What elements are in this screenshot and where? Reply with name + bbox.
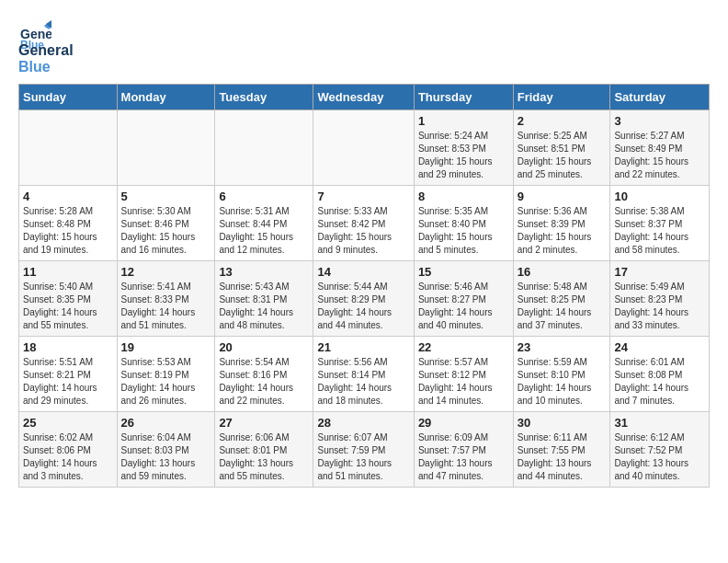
calendar-cell: 29Sunrise: 6:09 AM Sunset: 7:57 PM Dayli… (414, 412, 513, 488)
day-info: Sunrise: 6:01 AM Sunset: 8:08 PM Dayligh… (614, 356, 705, 408)
day-info: Sunrise: 5:49 AM Sunset: 8:23 PM Dayligh… (614, 281, 705, 332)
day-number: 1 (418, 114, 509, 128)
day-info: Sunrise: 5:59 AM Sunset: 8:10 PM Dayligh… (518, 356, 607, 408)
day-info: Sunrise: 5:31 AM Sunset: 8:44 PM Dayligh… (219, 205, 309, 257)
day-number: 21 (317, 340, 409, 354)
day-number: 27 (219, 416, 309, 430)
calendar-cell: 13Sunrise: 5:43 AM Sunset: 8:31 PM Dayli… (215, 261, 313, 337)
day-info: Sunrise: 6:02 AM Sunset: 8:06 PM Dayligh… (23, 431, 113, 483)
day-info: Sunrise: 5:27 AM Sunset: 8:49 PM Dayligh… (614, 130, 705, 181)
day-info: Sunrise: 6:04 AM Sunset: 8:03 PM Dayligh… (121, 431, 211, 483)
header-tuesday: Tuesday (215, 85, 313, 110)
day-number: 2 (518, 114, 607, 128)
calendar-header-row: SundayMondayTuesdayWednesdayThursdayFrid… (19, 85, 710, 110)
calendar-cell: 11Sunrise: 5:40 AM Sunset: 8:35 PM Dayli… (19, 261, 118, 337)
day-info: Sunrise: 5:40 AM Sunset: 8:35 PM Dayligh… (23, 281, 113, 332)
calendar-cell: 15Sunrise: 5:46 AM Sunset: 8:27 PM Dayli… (414, 261, 513, 337)
page-header: General Blue General Blue (18, 18, 710, 75)
logo-blue: Blue (18, 59, 74, 75)
day-info: Sunrise: 6:12 AM Sunset: 7:52 PM Dayligh… (614, 431, 705, 483)
day-number: 26 (121, 416, 211, 430)
calendar-cell: 26Sunrise: 6:04 AM Sunset: 8:03 PM Dayli… (117, 412, 215, 488)
day-info: Sunrise: 6:07 AM Sunset: 7:59 PM Dayligh… (317, 431, 409, 483)
calendar-cell: 17Sunrise: 5:49 AM Sunset: 8:23 PM Dayli… (610, 261, 710, 337)
calendar-cell: 10Sunrise: 5:38 AM Sunset: 8:37 PM Dayli… (610, 186, 710, 261)
calendar-cell: 16Sunrise: 5:48 AM Sunset: 8:25 PM Dayli… (513, 261, 610, 337)
calendar-cell: 9Sunrise: 5:36 AM Sunset: 8:39 PM Daylig… (513, 186, 610, 261)
day-info: Sunrise: 6:11 AM Sunset: 7:55 PM Dayligh… (518, 431, 607, 483)
day-info: Sunrise: 5:25 AM Sunset: 8:51 PM Dayligh… (518, 130, 607, 181)
day-number: 30 (518, 416, 607, 430)
day-info: Sunrise: 5:54 AM Sunset: 8:16 PM Dayligh… (219, 356, 309, 408)
day-number: 14 (317, 265, 409, 279)
calendar-cell: 14Sunrise: 5:44 AM Sunset: 8:29 PM Dayli… (313, 261, 414, 337)
calendar-cell: 25Sunrise: 6:02 AM Sunset: 8:06 PM Dayli… (19, 412, 118, 488)
calendar-week-5: 25Sunrise: 6:02 AM Sunset: 8:06 PM Dayli… (19, 412, 710, 488)
day-number: 19 (121, 340, 211, 354)
day-info: Sunrise: 5:28 AM Sunset: 8:48 PM Dayligh… (23, 205, 113, 257)
day-number: 9 (518, 190, 607, 203)
day-info: Sunrise: 5:53 AM Sunset: 8:19 PM Dayligh… (121, 356, 211, 408)
calendar-cell: 19Sunrise: 5:53 AM Sunset: 8:19 PM Dayli… (117, 337, 215, 412)
calendar-cell: 22Sunrise: 5:57 AM Sunset: 8:12 PM Dayli… (414, 337, 513, 412)
day-info: Sunrise: 6:09 AM Sunset: 7:57 PM Dayligh… (418, 431, 509, 483)
day-info: Sunrise: 6:06 AM Sunset: 8:01 PM Dayligh… (219, 431, 309, 483)
logo-general: General (18, 42, 74, 59)
calendar-cell (19, 110, 118, 186)
calendar-cell: 6Sunrise: 5:31 AM Sunset: 8:44 PM Daylig… (215, 186, 313, 261)
header-monday: Monday (117, 85, 215, 110)
day-number: 22 (418, 340, 509, 354)
calendar-cell: 30Sunrise: 6:11 AM Sunset: 7:55 PM Dayli… (513, 412, 610, 488)
calendar-cell: 7Sunrise: 5:33 AM Sunset: 8:42 PM Daylig… (313, 186, 414, 261)
calendar-cell (313, 110, 414, 186)
day-number: 11 (23, 265, 113, 279)
calendar-cell: 28Sunrise: 6:07 AM Sunset: 7:59 PM Dayli… (313, 412, 414, 488)
day-number: 10 (614, 190, 705, 203)
calendar-week-2: 4Sunrise: 5:28 AM Sunset: 8:48 PM Daylig… (19, 186, 710, 261)
day-number: 23 (518, 340, 607, 354)
calendar-cell: 20Sunrise: 5:54 AM Sunset: 8:16 PM Dayli… (215, 337, 313, 412)
day-number: 8 (418, 190, 509, 203)
calendar-cell: 18Sunrise: 5:51 AM Sunset: 8:21 PM Dayli… (19, 337, 118, 412)
calendar-cell: 8Sunrise: 5:35 AM Sunset: 8:40 PM Daylig… (414, 186, 513, 261)
day-number: 4 (23, 190, 113, 203)
calendar-week-3: 11Sunrise: 5:40 AM Sunset: 8:35 PM Dayli… (19, 261, 710, 337)
day-info: Sunrise: 5:30 AM Sunset: 8:46 PM Dayligh… (121, 205, 211, 257)
header-friday: Friday (513, 85, 610, 110)
day-info: Sunrise: 5:48 AM Sunset: 8:25 PM Dayligh… (518, 281, 607, 332)
header-wednesday: Wednesday (313, 85, 414, 110)
day-number: 7 (317, 190, 409, 203)
day-info: Sunrise: 5:44 AM Sunset: 8:29 PM Dayligh… (317, 281, 409, 332)
day-number: 3 (614, 114, 705, 128)
calendar-week-1: 1Sunrise: 5:24 AM Sunset: 8:53 PM Daylig… (19, 110, 710, 186)
day-number: 31 (614, 416, 705, 430)
day-number: 18 (23, 340, 113, 354)
day-info: Sunrise: 5:33 AM Sunset: 8:42 PM Dayligh… (317, 205, 409, 257)
calendar-week-4: 18Sunrise: 5:51 AM Sunset: 8:21 PM Dayli… (19, 337, 710, 412)
calendar-cell: 12Sunrise: 5:41 AM Sunset: 8:33 PM Dayli… (117, 261, 215, 337)
calendar-cell: 4Sunrise: 5:28 AM Sunset: 8:48 PM Daylig… (19, 186, 118, 261)
calendar-cell: 27Sunrise: 6:06 AM Sunset: 8:01 PM Dayli… (215, 412, 313, 488)
day-number: 13 (219, 265, 309, 279)
header-thursday: Thursday (414, 85, 513, 110)
calendar-cell: 23Sunrise: 5:59 AM Sunset: 8:10 PM Dayli… (513, 337, 610, 412)
day-number: 17 (614, 265, 705, 279)
day-number: 12 (121, 265, 211, 279)
day-info: Sunrise: 5:35 AM Sunset: 8:40 PM Dayligh… (418, 205, 509, 257)
day-number: 20 (219, 340, 309, 354)
day-number: 16 (518, 265, 607, 279)
calendar-table: SundayMondayTuesdayWednesdayThursdayFrid… (18, 84, 710, 488)
day-info: Sunrise: 5:43 AM Sunset: 8:31 PM Dayligh… (219, 281, 309, 332)
day-info: Sunrise: 5:51 AM Sunset: 8:21 PM Dayligh… (23, 356, 113, 408)
day-info: Sunrise: 5:38 AM Sunset: 8:37 PM Dayligh… (614, 205, 705, 257)
calendar-cell: 2Sunrise: 5:25 AM Sunset: 8:51 PM Daylig… (513, 110, 610, 186)
calendar-cell: 31Sunrise: 6:12 AM Sunset: 7:52 PM Dayli… (610, 412, 710, 488)
calendar-cell: 3Sunrise: 5:27 AM Sunset: 8:49 PM Daylig… (610, 110, 710, 186)
logo: General Blue General Blue (18, 18, 74, 75)
header-saturday: Saturday (610, 85, 710, 110)
calendar-cell: 21Sunrise: 5:56 AM Sunset: 8:14 PM Dayli… (313, 337, 414, 412)
day-info: Sunrise: 5:41 AM Sunset: 8:33 PM Dayligh… (121, 281, 211, 332)
day-number: 5 (121, 190, 211, 203)
calendar-cell: 24Sunrise: 6:01 AM Sunset: 8:08 PM Dayli… (610, 337, 710, 412)
calendar-cell (215, 110, 313, 186)
